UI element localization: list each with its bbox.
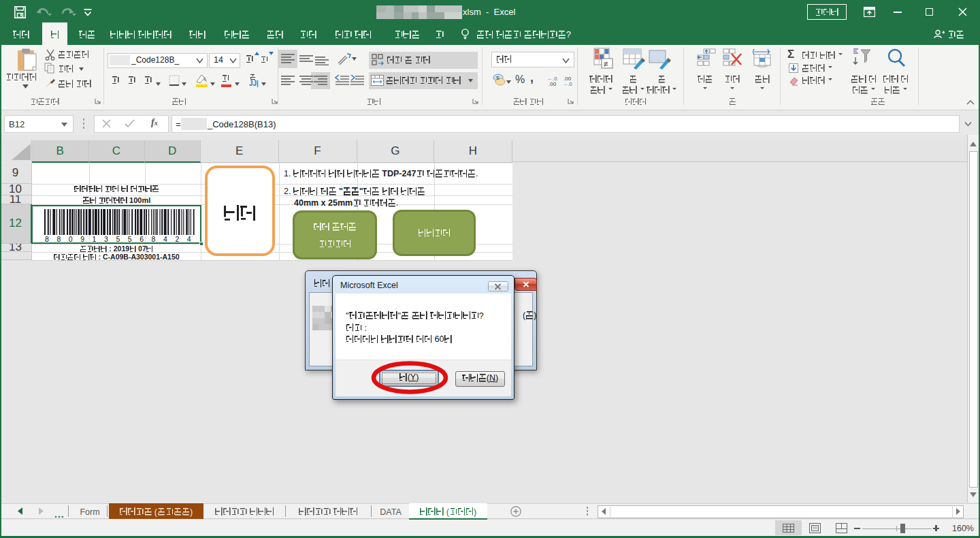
svg-text:$: $ — [496, 75, 500, 81]
svg-text:.00: .00 — [549, 81, 557, 86]
svg-text:≠: ≠ — [604, 59, 608, 69]
svg-text:→.0: →.0 — [562, 81, 572, 86]
